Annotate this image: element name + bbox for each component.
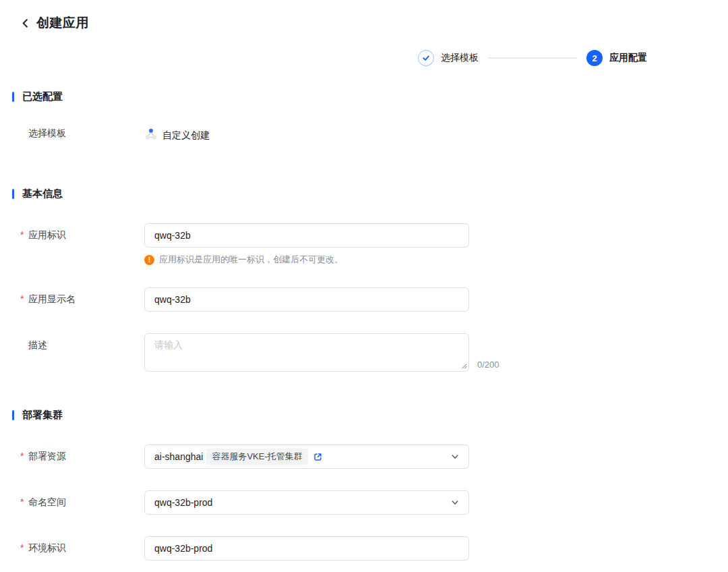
- namespace-label: *命名空间: [20, 490, 144, 515]
- deploy-resource-select[interactable]: ai-shanghai 容器服务VKE-托管集群: [144, 445, 469, 469]
- display-name-label: *应用显示名: [20, 287, 144, 312]
- stepper-step-1[interactable]: 选择模板: [418, 50, 479, 66]
- required-marker: *: [20, 451, 28, 461]
- section-selected-config: 已选配置: [12, 90, 728, 103]
- custom-template-icon: [144, 127, 158, 143]
- step2-label: 应用配置: [609, 52, 647, 64]
- form-row-deploy-resource: *部署资源 ai-shanghai 容器服务VKE-托管集群: [20, 445, 728, 469]
- chevron-down-icon: [450, 452, 460, 461]
- form-row-app-id: *应用标识 应用标识是应用的唯一标识，创建后不可更改。: [20, 223, 728, 266]
- page-title: 创建应用: [36, 14, 89, 32]
- section-basic-info: 基本信息: [12, 188, 728, 200]
- section-bar: [12, 410, 14, 420]
- required-marker: *: [20, 293, 28, 304]
- section-basic-info-title: 基本信息: [22, 188, 63, 200]
- template-value-text: 自定义创建: [162, 130, 210, 142]
- description-label: 描述: [20, 333, 144, 372]
- app-id-help: 应用标识是应用的唯一标识，创建后不可更改。: [144, 254, 469, 266]
- description-textarea[interactable]: [144, 333, 469, 372]
- stepper-connector: [488, 57, 577, 59]
- display-name-input[interactable]: [144, 287, 469, 312]
- namespace-select[interactable]: qwq-32b-prod: [144, 490, 469, 515]
- stepper: 选择模板 2 应用配置: [12, 50, 728, 66]
- stepper-step-2[interactable]: 2 应用配置: [586, 50, 647, 66]
- section-selected-config-title: 已选配置: [22, 90, 63, 103]
- app-id-help-text: 应用标识是应用的唯一标识，创建后不可更改。: [159, 254, 343, 266]
- required-marker: *: [20, 542, 28, 553]
- step2-number-badge: 2: [586, 50, 603, 66]
- section-bar: [12, 189, 14, 199]
- external-link-icon[interactable]: [313, 452, 323, 462]
- form-row-display-name: *应用显示名: [20, 287, 728, 312]
- form-row-namespace: *命名空间 qwq-32b-prod: [20, 490, 728, 515]
- step1-label: 选择模板: [441, 52, 479, 64]
- warning-icon: [144, 255, 154, 265]
- required-marker: *: [20, 229, 28, 240]
- deploy-resource-label: *部署资源: [20, 445, 144, 469]
- app-id-label: *应用标识: [20, 223, 144, 266]
- char-counter: 0/200: [477, 360, 499, 372]
- form-row-description: 描述 0/200: [20, 333, 728, 372]
- section-deploy-cluster: 部署集群: [12, 409, 728, 422]
- section-deploy-cluster-title: 部署集群: [22, 409, 63, 422]
- env-id-input[interactable]: [144, 536, 469, 561]
- form-row-template: 选择模板 自定义创建: [20, 126, 728, 143]
- template-label: 选择模板: [20, 126, 144, 143]
- deploy-resource-value: ai-shanghai: [154, 451, 203, 462]
- create-app-page: 创建应用 选择模板 2 应用配置 已选配置 选择模板: [0, 0, 728, 572]
- cluster-type-tag: 容器服务VKE-托管集群: [206, 449, 307, 465]
- namespace-value: qwq-32b-prod: [154, 497, 212, 508]
- required-marker: *: [20, 496, 28, 507]
- env-id-label: *环境标识: [20, 536, 144, 561]
- form-row-env-id: *环境标识: [20, 536, 728, 561]
- app-id-input[interactable]: [144, 223, 469, 248]
- step1-check-icon: [418, 50, 434, 66]
- chevron-down-icon: [450, 498, 460, 507]
- resize-handle-icon[interactable]: [460, 362, 467, 369]
- back-button[interactable]: 创建应用: [20, 15, 728, 31]
- template-value: 自定义创建: [144, 126, 210, 143]
- back-chevron-icon[interactable]: [20, 18, 30, 28]
- section-bar: [12, 92, 14, 102]
